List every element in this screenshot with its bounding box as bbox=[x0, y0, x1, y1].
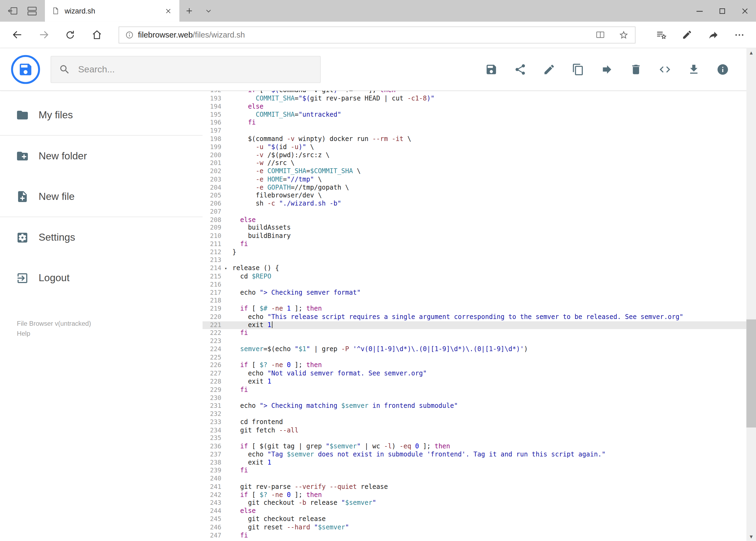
maximize-button[interactable] bbox=[711, 0, 733, 22]
forward-button[interactable] bbox=[31, 21, 57, 48]
sidebar-item-label: Logout bbox=[39, 272, 70, 284]
code-line-text: -u "$(id -u)" \ bbox=[227, 143, 314, 151]
code-button[interactable] bbox=[658, 63, 671, 75]
sidebar-item-label: Settings bbox=[39, 232, 75, 243]
code-line: 242 if [ $? -ne 0 ]; then bbox=[202, 491, 746, 499]
code-line-text: git checkout release bbox=[227, 515, 326, 523]
close-window-button[interactable] bbox=[733, 0, 756, 22]
more-options-button[interactable] bbox=[726, 21, 752, 48]
sidebar-item-new-file[interactable]: New file bbox=[0, 176, 202, 217]
fold-toggle-icon[interactable]: ▾ bbox=[225, 265, 227, 272]
code-line: 247 fi bbox=[202, 532, 746, 540]
filebrowser-header bbox=[0, 48, 756, 91]
tab-preview-button[interactable] bbox=[22, 0, 41, 22]
help-link[interactable]: Help bbox=[17, 329, 203, 339]
search-input[interactable] bbox=[78, 64, 312, 75]
new-tab-button[interactable] bbox=[179, 0, 199, 22]
code-line-text bbox=[227, 394, 232, 402]
sidebar-item-label: New file bbox=[39, 191, 75, 202]
sidebar-item-settings[interactable]: Settings bbox=[0, 217, 202, 258]
code-line-text: git reset --hard "$semver" bbox=[227, 523, 349, 532]
code-line-text: fi bbox=[227, 329, 248, 337]
back-button[interactable] bbox=[4, 21, 30, 48]
share-button[interactable] bbox=[514, 63, 526, 75]
web-notes-pen-icon bbox=[682, 29, 692, 40]
text-cursor bbox=[272, 321, 273, 328]
line-number: 197 bbox=[202, 127, 227, 135]
code-line: 204 -e GOPATH=//tmp/gopath \ bbox=[202, 184, 746, 192]
move-button[interactable] bbox=[601, 63, 613, 75]
sidebar-item-logout[interactable]: Logout bbox=[0, 258, 202, 298]
line-number: 228 bbox=[202, 378, 227, 386]
sidebar-footer: File Browser v(untracked) Help bbox=[0, 318, 202, 339]
code-line: 211 fi bbox=[202, 241, 746, 249]
home-button[interactable] bbox=[84, 21, 110, 48]
line-number: 239 bbox=[202, 467, 227, 475]
line-number: 238 bbox=[202, 459, 227, 467]
line-number: 229 bbox=[202, 386, 227, 394]
page-scrollbar[interactable]: ▲ ▼ bbox=[746, 48, 756, 541]
share-icon bbox=[514, 63, 526, 75]
refresh-button[interactable] bbox=[57, 21, 84, 48]
favorite-star-button[interactable] bbox=[614, 27, 633, 43]
line-number: 225 bbox=[202, 353, 227, 362]
code-line: 205 filebrowser/dev \ bbox=[202, 192, 746, 200]
delete-button[interactable] bbox=[630, 63, 642, 75]
scrollbar-thumb[interactable] bbox=[746, 319, 756, 427]
code-line-text bbox=[227, 256, 232, 265]
line-number: 214▾ bbox=[202, 265, 227, 272]
code-line-text: $(command -v winpty) docker run --rm -it… bbox=[227, 135, 411, 143]
search-bar[interactable] bbox=[51, 56, 321, 83]
download-button[interactable] bbox=[687, 63, 700, 75]
code-line: 237 echo "Tag $semver does not exist in … bbox=[202, 450, 746, 459]
code-line-text: else bbox=[227, 507, 256, 515]
browser-window: wizard.sh bbox=[0, 0, 756, 541]
download-icon bbox=[687, 63, 700, 75]
info-button[interactable] bbox=[717, 63, 729, 75]
code-editor[interactable]: 192 if [ "$(command -v git)" != "" ]; th… bbox=[202, 91, 746, 541]
tab-preview-icon bbox=[26, 5, 37, 16]
edit-button[interactable] bbox=[543, 63, 555, 75]
code-line: 246 git reset --hard "$semver" bbox=[202, 523, 746, 532]
line-number: 243 bbox=[202, 499, 227, 507]
scroll-down-arrow-icon[interactable]: ▼ bbox=[746, 532, 756, 541]
folder-icon bbox=[16, 108, 29, 121]
line-number: 218 bbox=[202, 297, 227, 305]
code-line-text: cd frontend bbox=[227, 418, 283, 426]
line-number: 240 bbox=[202, 475, 227, 483]
reading-view-button[interactable] bbox=[591, 27, 610, 43]
tab-close-button[interactable] bbox=[162, 0, 174, 22]
code-line: 213 bbox=[202, 256, 746, 265]
filebrowser-logo[interactable] bbox=[11, 55, 40, 84]
line-number: 219 bbox=[202, 305, 227, 313]
code-line: 210 buildBinary bbox=[202, 232, 746, 241]
sidebar-item-my-files[interactable]: My files bbox=[0, 95, 202, 135]
line-number: 206 bbox=[202, 200, 227, 208]
web-notes-button[interactable] bbox=[674, 21, 700, 48]
address-field[interactable]: filebrowser.web/files/wizard.sh bbox=[119, 26, 635, 43]
code-line-text: if [ $(git tag | grep "$semver" | wc -l)… bbox=[227, 442, 450, 450]
tab-list-chevron-button[interactable] bbox=[199, 0, 218, 22]
code-line-text bbox=[227, 410, 232, 418]
code-line-text: sh -c "./wizard.sh -b" bbox=[227, 200, 341, 208]
code-line-text: -e COMMIT_SHA=$COMMIT_SHA \ bbox=[227, 168, 361, 176]
line-number: 234 bbox=[202, 426, 227, 434]
copy-button[interactable] bbox=[572, 63, 584, 75]
line-number: 246 bbox=[202, 523, 227, 532]
code-line-text bbox=[227, 353, 232, 362]
scroll-up-arrow-icon[interactable]: ▲ bbox=[746, 48, 756, 57]
url-text: filebrowser.web/files/wizard.sh bbox=[138, 30, 587, 39]
hub-button[interactable] bbox=[648, 21, 674, 48]
sidebar-item-new-folder[interactable]: New folder bbox=[0, 136, 202, 176]
code-line: 225 bbox=[202, 353, 746, 362]
save-button[interactable] bbox=[485, 63, 497, 75]
sidebar-items: My filesNew folderNew fileSettingsLogout bbox=[0, 95, 202, 298]
line-number: 207 bbox=[202, 208, 227, 216]
site-info-icon[interactable] bbox=[125, 30, 134, 39]
code-line: 212} bbox=[202, 248, 746, 256]
code-line: 199 -u "$(id -u)" \ bbox=[202, 143, 746, 151]
set-tabs-aside-button[interactable] bbox=[3, 0, 22, 22]
share-button[interactable] bbox=[700, 21, 726, 48]
browser-tab[interactable]: wizard.sh bbox=[44, 0, 179, 22]
minimize-button[interactable] bbox=[688, 0, 711, 22]
